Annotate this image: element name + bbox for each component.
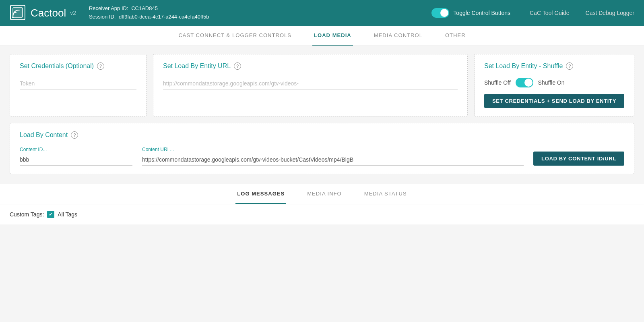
load-content-card-title: Load By Content ?: [20, 131, 624, 139]
content-id-label: Content ID...: [20, 147, 132, 152]
tab-other[interactable]: OTHER: [444, 26, 467, 46]
tab-load-media[interactable]: LOAD MEDIA: [312, 26, 353, 46]
all-tags-checkbox[interactable]: [47, 211, 54, 218]
entity-url-card: Set Load By Entity URL ?: [153, 54, 468, 116]
shuffle-on-label: Shuffle On: [538, 79, 565, 86]
load-content-fields: Content ID... Content URL... LOAD BY CON…: [20, 147, 624, 166]
entity-url-card-title: Set Load By Entity URL ?: [163, 62, 458, 70]
tab-media-info[interactable]: MEDIA INFO: [305, 184, 343, 204]
set-credentials-send-load-by-entity-button[interactable]: SET CREDENTIALS + SEND LOAD BY ENTITY: [484, 94, 624, 108]
bottom-tabs-bar: LOG MESSAGES MEDIA INFO MEDIA STATUS: [0, 184, 644, 204]
main-content: Set Credentials (Optional) ? Set Load By…: [0, 46, 644, 182]
bottom-section: LOG MESSAGES MEDIA INFO MEDIA STATUS Cus…: [0, 184, 644, 224]
content-url-label: Content URL...: [142, 147, 524, 152]
entity-shuffle-card-title: Set Load By Entity - Shuffle ?: [484, 62, 624, 70]
shuffle-off-label: Shuffle Off: [484, 79, 511, 86]
session-info: Receiver App ID: CC1AD845 Session ID: df…: [89, 4, 431, 21]
header-links: CaC Tool Guide Cast Debug Logger: [530, 10, 634, 16]
receiver-label: Receiver App ID:: [89, 5, 128, 11]
token-input[interactable]: [20, 78, 136, 89]
receiver-id: CC1AD845: [131, 5, 158, 11]
content-url-input[interactable]: [142, 154, 524, 166]
top-cards-row: Set Credentials (Optional) ? Set Load By…: [10, 54, 634, 116]
toggle-control-label: Toggle Control Buttons: [453, 10, 510, 16]
load-content-card: Load By Content ? Content ID... Content …: [10, 123, 634, 174]
logo-version: v2: [70, 10, 76, 16]
logo-text: Cactool: [31, 7, 66, 19]
app-header: Cactool v2 Receiver App ID: CC1AD845 Ses…: [0, 0, 644, 26]
entity-url-input[interactable]: [163, 78, 458, 89]
entity-shuffle-card: Set Load By Entity - Shuffle ? Shuffle O…: [474, 54, 634, 116]
tab-media-control[interactable]: MEDIA CONTROL: [372, 26, 424, 46]
credentials-card: Set Credentials (Optional) ?: [10, 54, 147, 116]
credentials-card-title: Set Credentials (Optional) ?: [20, 62, 136, 70]
shuffle-toggle[interactable]: [516, 78, 533, 87]
content-id-group: Content ID...: [20, 147, 132, 166]
svg-point-2: [12, 17, 14, 18]
content-id-input[interactable]: [20, 154, 132, 166]
session-id: dff9fab0-dcea-4c17-a244-ca4efa40ff5b: [119, 14, 209, 20]
custom-tags-label: Custom Tags:: [10, 211, 44, 218]
tab-media-status[interactable]: MEDIA STATUS: [363, 184, 409, 204]
all-tags-label: All Tags: [58, 211, 77, 218]
cast-icon: [10, 4, 26, 22]
entity-shuffle-help-icon[interactable]: ?: [566, 62, 573, 70]
session-label: Session ID:: [89, 14, 116, 20]
shuffle-controls: Shuffle Off Shuffle On: [484, 78, 624, 87]
tab-cast-connect[interactable]: CAST CONNECT & LOGGER CONTROLS: [177, 26, 293, 46]
custom-tags-row: Custom Tags: All Tags: [10, 211, 634, 218]
toggle-control-buttons-section: Toggle Control Buttons: [431, 8, 510, 18]
tab-log-messages[interactable]: LOG MESSAGES: [235, 184, 286, 204]
toggle-control-buttons-switch[interactable]: [431, 8, 449, 18]
main-tabs-bar: CAST CONNECT & LOGGER CONTROLS LOAD MEDI…: [0, 26, 644, 46]
credentials-help-icon[interactable]: ?: [97, 62, 104, 70]
cac-tool-guide-link[interactable]: CaC Tool Guide: [530, 10, 570, 16]
cast-debug-logger-link[interactable]: Cast Debug Logger: [586, 10, 634, 16]
logo-area: Cactool v2: [10, 4, 76, 22]
entity-url-help-icon[interactable]: ?: [234, 62, 241, 70]
bottom-content-area: Custom Tags: All Tags: [0, 204, 644, 224]
load-content-help-icon[interactable]: ?: [71, 131, 78, 139]
content-url-group: Content URL...: [142, 147, 524, 166]
load-by-content-id-url-button[interactable]: LOAD BY CONTENT ID/URL: [533, 152, 624, 166]
